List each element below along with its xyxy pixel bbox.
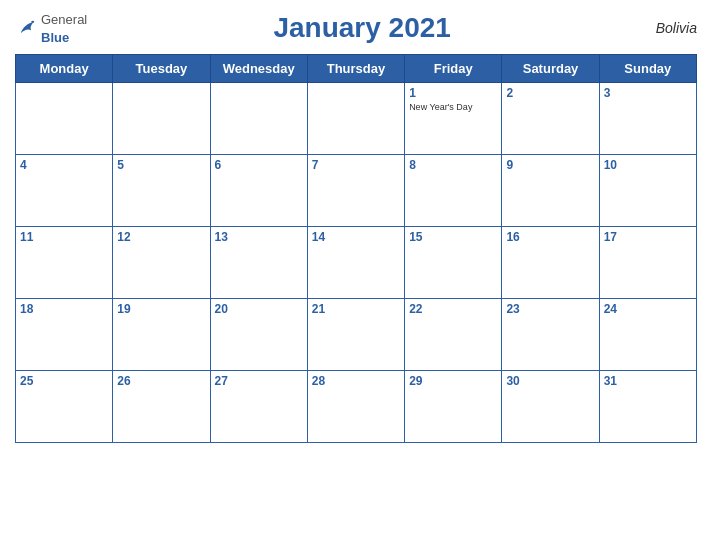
- calendar-week-2: 45678910: [16, 155, 697, 227]
- calendar-cell: [307, 83, 404, 155]
- calendar-header-row: MondayTuesdayWednesdayThursdayFridaySatu…: [16, 55, 697, 83]
- day-number: 21: [312, 302, 400, 316]
- day-header-sunday: Sunday: [599, 55, 696, 83]
- calendar-table: MondayTuesdayWednesdayThursdayFridaySatu…: [15, 54, 697, 443]
- day-number: 18: [20, 302, 108, 316]
- calendar-week-4: 18192021222324: [16, 299, 697, 371]
- day-number: 10: [604, 158, 692, 172]
- day-number: 23: [506, 302, 594, 316]
- calendar-cell: 26: [113, 371, 210, 443]
- logo: General Blue: [15, 10, 87, 46]
- day-header-thursday: Thursday: [307, 55, 404, 83]
- day-number: 5: [117, 158, 205, 172]
- calendar-cell: 1New Year's Day: [405, 83, 502, 155]
- day-number: 7: [312, 158, 400, 172]
- day-number: 2: [506, 86, 594, 100]
- day-number: 22: [409, 302, 497, 316]
- calendar-cell: 4: [16, 155, 113, 227]
- day-number: 14: [312, 230, 400, 244]
- day-number: 26: [117, 374, 205, 388]
- calendar-cell: 16: [502, 227, 599, 299]
- calendar-cell: [113, 83, 210, 155]
- day-header-wednesday: Wednesday: [210, 55, 307, 83]
- calendar-cell: 15: [405, 227, 502, 299]
- day-header-saturday: Saturday: [502, 55, 599, 83]
- calendar-cell: 28: [307, 371, 404, 443]
- calendar-cell: 23: [502, 299, 599, 371]
- day-number: 19: [117, 302, 205, 316]
- calendar-cell: [210, 83, 307, 155]
- calendar-cell: 30: [502, 371, 599, 443]
- calendar-cell: 8: [405, 155, 502, 227]
- calendar-cell: 17: [599, 227, 696, 299]
- day-number: 20: [215, 302, 303, 316]
- calendar-cell: 22: [405, 299, 502, 371]
- day-number: 12: [117, 230, 205, 244]
- calendar-cell: 5: [113, 155, 210, 227]
- calendar-week-3: 11121314151617: [16, 227, 697, 299]
- calendar-cell: 19: [113, 299, 210, 371]
- holiday-label: New Year's Day: [409, 102, 497, 113]
- day-number: 30: [506, 374, 594, 388]
- calendar-cell: 31: [599, 371, 696, 443]
- day-number: 6: [215, 158, 303, 172]
- calendar-cell: 3: [599, 83, 696, 155]
- day-number: 16: [506, 230, 594, 244]
- logo-blue: Blue: [41, 30, 69, 45]
- page-header: General Blue January 2021 Bolivia: [15, 10, 697, 46]
- day-number: 24: [604, 302, 692, 316]
- calendar-cell: 9: [502, 155, 599, 227]
- logo-text: General Blue: [41, 10, 87, 46]
- day-number: 13: [215, 230, 303, 244]
- day-header-tuesday: Tuesday: [113, 55, 210, 83]
- calendar-cell: 6: [210, 155, 307, 227]
- day-number: 27: [215, 374, 303, 388]
- calendar-cell: [16, 83, 113, 155]
- calendar-cell: 18: [16, 299, 113, 371]
- calendar-cell: 21: [307, 299, 404, 371]
- page-title: January 2021: [87, 12, 637, 44]
- country-label: Bolivia: [637, 20, 697, 36]
- logo-bird-icon: [15, 17, 37, 39]
- calendar-cell: 25: [16, 371, 113, 443]
- calendar-cell: 24: [599, 299, 696, 371]
- calendar-cell: 10: [599, 155, 696, 227]
- calendar-cell: 14: [307, 227, 404, 299]
- day-header-friday: Friday: [405, 55, 502, 83]
- calendar-cell: 20: [210, 299, 307, 371]
- day-number: 29: [409, 374, 497, 388]
- day-number: 4: [20, 158, 108, 172]
- day-number: 9: [506, 158, 594, 172]
- calendar-cell: 29: [405, 371, 502, 443]
- day-header-monday: Monday: [16, 55, 113, 83]
- day-number: 3: [604, 86, 692, 100]
- calendar-cell: 11: [16, 227, 113, 299]
- calendar-week-1: 1New Year's Day23: [16, 83, 697, 155]
- calendar-cell: 7: [307, 155, 404, 227]
- calendar-cell: 12: [113, 227, 210, 299]
- day-number: 28: [312, 374, 400, 388]
- day-number: 8: [409, 158, 497, 172]
- calendar-week-5: 25262728293031: [16, 371, 697, 443]
- day-number: 25: [20, 374, 108, 388]
- day-number: 11: [20, 230, 108, 244]
- day-number: 1: [409, 86, 497, 100]
- calendar-cell: 27: [210, 371, 307, 443]
- calendar-cell: 2: [502, 83, 599, 155]
- logo-general: General: [41, 12, 87, 27]
- calendar-cell: 13: [210, 227, 307, 299]
- day-number: 17: [604, 230, 692, 244]
- day-number: 15: [409, 230, 497, 244]
- day-number: 31: [604, 374, 692, 388]
